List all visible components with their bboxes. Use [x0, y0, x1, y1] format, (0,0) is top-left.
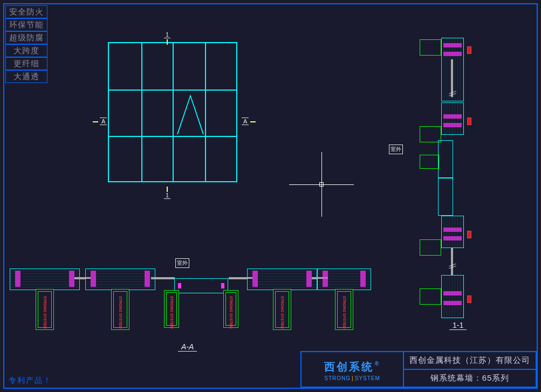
- gasket: [443, 114, 462, 119]
- product-name: 钢系统幕墙：65系列: [404, 370, 536, 387]
- thermal-break: [467, 295, 471, 303]
- elevation-mullion: [205, 43, 206, 181]
- attribute-item: 更纤细: [5, 57, 47, 70]
- section-mark-label: 1: [164, 192, 170, 199]
- patent-label: 专利产品！: [9, 376, 52, 386]
- operable-window-symbol: [177, 94, 204, 134]
- thermal-break: [467, 231, 471, 238]
- elevation-mullion: [141, 43, 142, 181]
- gasket: [306, 271, 312, 287]
- tick-icon: [93, 121, 98, 122]
- gasket: [443, 301, 462, 305]
- section-mark-label: A: [100, 118, 107, 125]
- section-mark-A-left: A: [93, 118, 107, 125]
- thermal-break: [467, 46, 471, 54]
- section-11-view: [420, 38, 490, 318]
- v-transom: [420, 155, 439, 169]
- gasket: [145, 271, 150, 287]
- section-label-11: 1-1: [449, 321, 467, 330]
- brand-cell: 西创系统 ® STRONG|SYSTEM: [302, 352, 404, 387]
- v-profile-frame: [441, 102, 464, 135]
- attribute-item: 大通透: [5, 70, 47, 83]
- company-name: 西创金属科技（江苏）有限公司: [404, 352, 536, 370]
- elevation-view: [108, 42, 237, 182]
- section-mark-1-bottom: 1: [164, 185, 170, 199]
- brand-name: 西创系统: [324, 360, 374, 374]
- break-line-icon: [449, 91, 456, 96]
- outdoor-label: 室外: [389, 145, 403, 154]
- attribute-item: 超级防腐: [5, 31, 47, 44]
- v-profile-frame: [441, 275, 464, 318]
- outdoor-label: 室外: [175, 258, 189, 268]
- elevation-mullion: [173, 43, 174, 181]
- gasket: [323, 271, 328, 287]
- mullion-brand-text: STRONG SYSTEM: [119, 296, 122, 329]
- v-transom: [420, 288, 441, 305]
- section-label-aa: A-A: [178, 342, 197, 352]
- gasket: [91, 271, 96, 287]
- mullion-brand-text: STRONG SYSTEM: [43, 296, 47, 329]
- mullion-brand-text: STRONG SYSTEM: [280, 296, 284, 329]
- gasket: [360, 271, 366, 287]
- thermal-break: [467, 118, 471, 125]
- title-block: 西创系统 ® STRONG|SYSTEM 西创金属科技（江苏）有限公司 钢系统幕…: [300, 351, 537, 388]
- section-mark-A-right: A: [242, 118, 256, 125]
- registered-icon: ®: [375, 361, 380, 367]
- gasket: [252, 271, 258, 287]
- gasket: [443, 123, 462, 127]
- tick-icon: [167, 187, 168, 192]
- tick-icon: [250, 121, 256, 122]
- brand-sub-left: STRONG: [324, 375, 351, 381]
- attribute-list: 安全防火 环保节能 超级防腐 大跨度 更纤细 大通透: [5, 5, 47, 83]
- section-mark-label: 1: [164, 31, 170, 38]
- attribute-item: 安全防火: [5, 5, 47, 18]
- gasket: [443, 291, 462, 295]
- v-profile-frame: [441, 216, 464, 248]
- mullion-brand-text: STRONG SYSTEM: [229, 296, 233, 329]
- v-transom: [420, 39, 441, 56]
- break-line-icon: [449, 263, 456, 269]
- tick-icon: [167, 39, 168, 45]
- gasket: [443, 52, 462, 56]
- v-opening-panel: [438, 178, 453, 216]
- mullion-brand-text: STRONG SYSTEM: [170, 296, 174, 329]
- brand-sub-right: SYSTEM: [355, 375, 380, 381]
- section-aa-view: STRONG SYSTEM STRONG SYSTEM STRONG SYSTE…: [10, 269, 376, 339]
- gasket: [15, 271, 20, 287]
- gasket: [443, 43, 462, 47]
- section-mark-label: A: [242, 118, 249, 125]
- section-mark-1-top: 1: [164, 31, 170, 45]
- v-transom: [420, 239, 441, 256]
- gasket: [69, 271, 74, 287]
- brand-subtitle: STRONG|SYSTEM: [324, 375, 380, 381]
- attribute-item: 大跨度: [5, 44, 47, 57]
- glass-pane: [451, 248, 453, 275]
- gasket: [443, 228, 462, 232]
- mullion-brand-text: STRONG SYSTEM: [343, 296, 346, 329]
- gasket: [443, 236, 462, 240]
- attribute-item: 环保节能: [5, 18, 47, 31]
